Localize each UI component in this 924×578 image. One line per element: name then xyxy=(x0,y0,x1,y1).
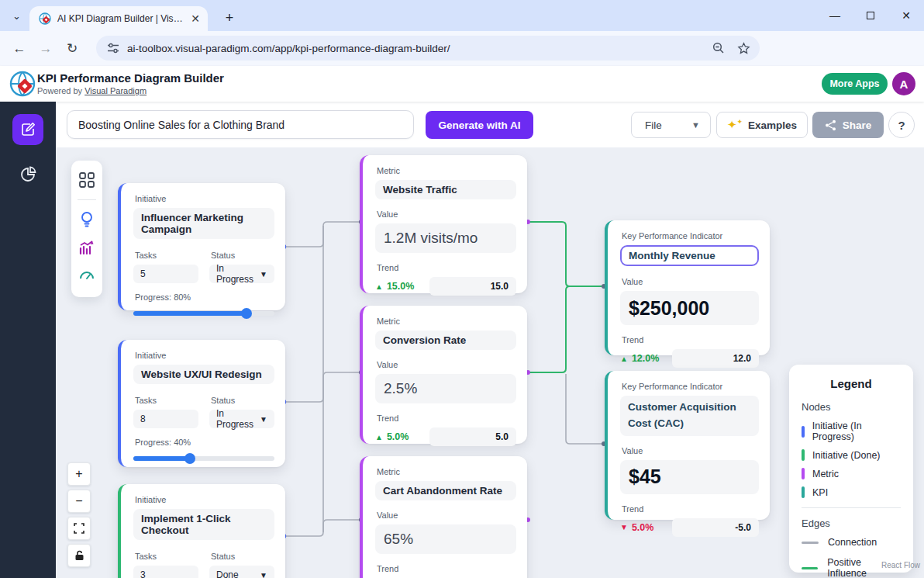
prompt-input[interactable] xyxy=(67,110,414,139)
trend-value-field[interactable]: 5.0 xyxy=(429,427,516,446)
initiative-node-checkout[interactable]: Initiative Implement 1-Click Checkout Ta… xyxy=(118,484,285,578)
edge-metric2-kpi2 xyxy=(566,374,604,444)
trend-percent: ▲5.0% xyxy=(375,431,409,442)
bookmark-star-icon[interactable] xyxy=(737,42,750,55)
kpi-title[interactable]: Customer Acquisition Cost (CAC) xyxy=(620,396,759,436)
kpi-node-icon[interactable] xyxy=(77,265,97,286)
metric-node-conversion[interactable]: Metric Conversion Rate Value 2.5% Trend … xyxy=(360,306,527,444)
legend-nodes-label: Nodes xyxy=(802,401,901,413)
grid-layout-icon[interactable] xyxy=(77,170,97,190)
examples-button[interactable]: ✦✦ Examples xyxy=(716,112,808,138)
edit-diagram-button[interactable] xyxy=(12,114,43,145)
metric-node-cart-abandonment[interactable]: Metric Cart Abandonment Rate Value 65% T… xyxy=(360,456,527,578)
file-menu-label: File xyxy=(645,119,662,131)
node-type-label: Key Performance Indicator xyxy=(622,382,759,391)
fit-view-button[interactable] xyxy=(67,517,91,540)
user-avatar[interactable]: A xyxy=(892,72,915,95)
progress-slider[interactable] xyxy=(133,456,274,461)
status-select[interactable]: In Progress▼ xyxy=(209,265,274,283)
metric-value[interactable]: 2.5% xyxy=(375,374,516,403)
palette-divider xyxy=(78,199,96,200)
metric-value[interactable]: 1.2M visits/mo xyxy=(375,223,516,253)
status-select[interactable]: Done▼ xyxy=(209,566,274,578)
address-bar[interactable]: ai-toolbox.visual-paradigm.com/app/kpi-p… xyxy=(96,36,760,61)
progress-slider[interactable] xyxy=(133,311,274,316)
trend-value-field[interactable]: 15.0 xyxy=(429,277,516,296)
progress-label: Progress: 80% xyxy=(135,292,274,302)
more-apps-button[interactable]: More Apps xyxy=(822,73,888,95)
generate-with-ai-button[interactable]: Generate with AI xyxy=(426,111,533,139)
trend-label: Trend xyxy=(377,564,516,573)
tasks-value[interactable]: 8 xyxy=(133,410,198,428)
tasks-label: Tasks xyxy=(135,552,198,561)
tasks-label: Tasks xyxy=(135,396,198,405)
tasks-value[interactable]: 3 xyxy=(133,566,198,578)
legend-swatch-kpi xyxy=(802,486,805,498)
metric-title[interactable]: Cart Abandonment Rate xyxy=(375,481,516,500)
legend-item: Connection xyxy=(802,537,901,548)
legend-item: Initiative (Done) xyxy=(802,449,901,461)
tab-close-icon[interactable]: ✕ xyxy=(191,13,200,24)
favicon xyxy=(39,12,51,25)
trend-label: Trend xyxy=(377,414,516,423)
browser-tab[interactable]: AI KPI Diagram Builder | Visualiz ✕ xyxy=(29,6,208,31)
share-button[interactable]: Share xyxy=(812,112,884,138)
diagram-canvas[interactable]: + − Initiative Influencer Marketing Camp… xyxy=(56,147,924,578)
window-minimize-icon[interactable]: — xyxy=(817,0,853,31)
trend-percent: ▲15.0% xyxy=(375,281,414,292)
file-menu[interactable]: File ▼ xyxy=(631,112,711,138)
slider-knob[interactable] xyxy=(241,308,252,319)
new-tab-button[interactable]: + xyxy=(219,7,240,29)
slider-knob[interactable] xyxy=(184,453,195,464)
chart-pie-icon[interactable] xyxy=(19,165,37,184)
visual-paradigm-link[interactable]: Visual Paradigm xyxy=(84,86,147,95)
window-controls: — ✕ xyxy=(817,0,924,31)
tasks-value[interactable]: 5 xyxy=(133,265,198,283)
forward-icon[interactable]: → xyxy=(33,36,59,62)
site-settings-icon xyxy=(107,43,119,54)
kpi-value[interactable]: $45 xyxy=(620,460,759,494)
kpi-node-monthly-revenue[interactable]: Key Performance Indicator Monthly Revenu… xyxy=(605,220,770,355)
window-maximize-icon[interactable] xyxy=(853,0,888,31)
node-type-label: Initiative xyxy=(135,194,274,203)
edge-metric2-kpi1 xyxy=(528,286,604,372)
trend-label: Trend xyxy=(622,335,759,344)
status-label: Status xyxy=(211,251,274,260)
node-type-label: Metric xyxy=(377,166,516,175)
url-text: ai-toolbox.visual-paradigm.com/app/kpi-p… xyxy=(127,43,450,54)
zoom-in-button[interactable]: + xyxy=(67,462,91,486)
help-button[interactable]: ? xyxy=(888,112,915,138)
status-label: Status xyxy=(211,396,274,405)
trend-value-field[interactable]: 12.0 xyxy=(672,349,759,368)
status-select[interactable]: In Progress▼ xyxy=(209,410,274,428)
initiative-node-icon[interactable] xyxy=(77,209,97,230)
trend-value-field[interactable]: -5.0 xyxy=(672,518,759,537)
legend-title: Legend xyxy=(802,377,901,390)
reload-icon[interactable]: ↻ xyxy=(59,36,85,62)
metric-title[interactable]: Conversion Rate xyxy=(375,331,516,350)
metric-node-icon[interactable] xyxy=(77,237,97,258)
tab-search-icon[interactable]: ⌄ xyxy=(6,5,27,26)
back-icon[interactable]: ← xyxy=(6,36,33,62)
zoom-out-button[interactable]: − xyxy=(67,490,91,513)
initiative-node-redesign[interactable]: Initiative Website UX/UI Redesign Tasks … xyxy=(118,340,285,467)
initiative-title[interactable]: Influencer Marketing Campaign xyxy=(133,208,274,239)
react-flow-attribution[interactable]: React Flow xyxy=(881,561,920,569)
value-label: Value xyxy=(622,277,759,286)
initiative-title[interactable]: Implement 1-Click Checkout xyxy=(133,509,274,540)
kpi-title[interactable]: Monthly Revenue xyxy=(620,245,759,266)
kpi-value[interactable]: $250,000 xyxy=(620,291,759,325)
kpi-node-cac[interactable]: Key Performance Indicator Customer Acqui… xyxy=(605,371,770,520)
tasks-label: Tasks xyxy=(135,251,198,260)
sparkles-icon: ✦✦ xyxy=(727,118,743,132)
window-close-icon[interactable]: ✕ xyxy=(888,0,924,31)
share-icon xyxy=(825,119,836,131)
lock-button[interactable] xyxy=(67,544,91,567)
browser-toolbar: ← → ↻ ai-toolbox.visual-paradigm.com/app… xyxy=(0,31,924,66)
metric-node-traffic[interactable]: Metric Website Traffic Value 1.2M visits… xyxy=(360,155,527,293)
initiative-node-influencer[interactable]: Initiative Influencer Marketing Campaign… xyxy=(118,183,285,310)
metric-value[interactable]: 65% xyxy=(375,524,516,554)
zoom-out-icon[interactable] xyxy=(712,42,725,54)
initiative-title[interactable]: Website UX/UI Redesign xyxy=(133,365,274,384)
metric-title[interactable]: Website Traffic xyxy=(375,180,516,199)
